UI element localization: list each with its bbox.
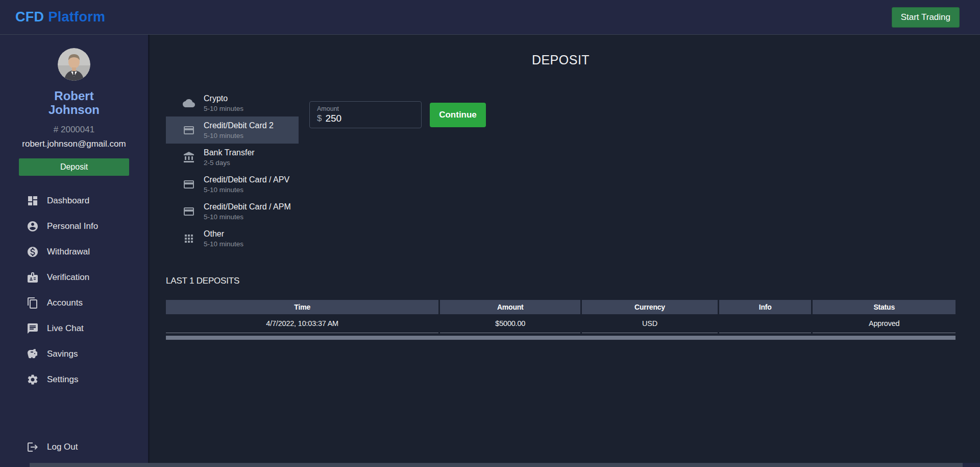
method-subtitle: 5-10 minutes	[204, 105, 243, 112]
page-horizontal-scrollbar[interactable]	[0, 463, 980, 467]
profile-section: Robert Johnson # 2000041 robert.johnson@…	[0, 35, 148, 176]
cloud-icon	[183, 97, 195, 109]
dashboard-icon	[27, 195, 39, 207]
deposit-form: Crypto 5-10 minutes Credit/Debit Card 2 …	[166, 89, 955, 252]
sidebar-item-accounts[interactable]: Accounts	[0, 290, 148, 316]
user-name-line1: Robert	[0, 89, 148, 103]
account-id: # 2000041	[0, 125, 148, 135]
method-subtitle: 5-10 minutes	[204, 132, 274, 139]
credit-card-icon	[183, 205, 195, 218]
method-title: Credit/Debit Card / APM	[204, 202, 291, 212]
sidebar-item-label: Verification	[47, 272, 89, 283]
deposit-button[interactable]: Deposit	[19, 158, 129, 176]
sidebar-item-withdrawal[interactable]: Withdrawal	[0, 239, 148, 265]
continue-button[interactable]: Continue	[430, 103, 486, 127]
logout-icon	[27, 441, 39, 453]
deposit-amount: $5000.00	[440, 314, 580, 333]
start-trading-button[interactable]: Start Trading	[892, 7, 960, 28]
method-title: Other	[204, 229, 243, 239]
payment-method-other[interactable]: Other 5-10 minutes	[166, 225, 299, 252]
history-heading: LAST 1 DEPOSITS	[166, 276, 955, 286]
payment-method-card-apv[interactable]: Credit/Debit Card / APV 5-10 minutes	[166, 171, 299, 198]
logout-label: Log Out	[47, 442, 78, 452]
currency-symbol: $	[317, 113, 322, 124]
deposits-table: Time Amount Currency Info Status 4/7/202…	[166, 300, 955, 333]
method-title: Bank Transfer	[204, 148, 255, 157]
column-header-info: Info	[719, 300, 812, 314]
page-title: DEPOSIT	[166, 53, 955, 67]
amount-input[interactable]	[325, 113, 402, 124]
sidebar-item-verification[interactable]: Verification	[0, 265, 148, 290]
sidebar-item-label: Accounts	[47, 298, 83, 308]
method-subtitle: 5-10 minutes	[204, 240, 243, 248]
payment-method-list: Crypto 5-10 minutes Credit/Debit Card 2 …	[166, 89, 299, 252]
deposit-info	[719, 314, 812, 333]
sidebar-item-savings[interactable]: Savings	[0, 341, 148, 367]
column-header-currency: Currency	[582, 300, 718, 314]
column-header-amount: Amount	[440, 300, 580, 314]
column-header-status: Status	[813, 300, 955, 314]
apps-grid-icon	[183, 232, 195, 245]
deposit-history-section: LAST 1 DEPOSITS Time Amount Currency Inf…	[166, 276, 955, 340]
deposit-status: Approved	[813, 314, 955, 333]
piggy-bank-icon	[27, 348, 39, 360]
avatar	[58, 48, 90, 81]
credit-card-icon	[183, 124, 195, 136]
sidebar: Robert Johnson # 2000041 robert.johnson@…	[0, 35, 150, 467]
badge-icon	[27, 271, 39, 284]
logo-part-2: Platform	[48, 9, 105, 25]
sidebar-item-settings[interactable]: Settings	[0, 367, 148, 392]
top-bar: CFDPlatform Start Trading	[0, 0, 980, 35]
payment-method-card-apm[interactable]: Credit/Debit Card / APM 5-10 minutes	[166, 198, 299, 225]
page-scrollbar-thumb[interactable]	[30, 463, 963, 467]
sidebar-item-label: Dashboard	[47, 196, 89, 206]
method-title: Credit/Debit Card 2	[204, 121, 274, 130]
chat-icon	[27, 322, 39, 335]
sidebar-item-dashboard[interactable]: Dashboard	[0, 188, 148, 214]
sidebar-item-label: Live Chat	[47, 323, 84, 334]
deposit-time: 4/7/2022, 10:03:37 AM	[166, 314, 438, 333]
dollar-circle-icon	[27, 246, 39, 258]
sidebar-item-label: Savings	[47, 349, 78, 359]
main-content: DEPOSIT Crypto 5-10 minutes Credit/Debit…	[150, 35, 980, 467]
user-name-line2: Johnson	[0, 103, 148, 116]
app-logo: CFDPlatform	[15, 9, 105, 25]
bank-icon	[183, 151, 195, 164]
gear-icon	[27, 373, 39, 386]
payment-method-card-2[interactable]: Credit/Debit Card 2 5-10 minutes	[166, 116, 299, 144]
method-title: Credit/Debit Card / APV	[204, 175, 289, 184]
amount-field[interactable]: Amount $	[309, 101, 422, 128]
method-subtitle: 2-5 days	[204, 159, 255, 167]
method-title: Crypto	[204, 94, 243, 103]
method-subtitle: 5-10 minutes	[204, 213, 291, 221]
deposit-currency: USD	[582, 314, 718, 333]
sidebar-item-personal-info[interactable]: Personal Info	[0, 214, 148, 239]
logo-part-1: CFD	[15, 9, 44, 25]
sidebar-item-live-chat[interactable]: Live Chat	[0, 316, 148, 341]
copy-icon	[27, 297, 39, 309]
sidebar-item-label: Settings	[47, 375, 78, 385]
logout-button[interactable]: Log Out	[0, 434, 148, 460]
column-header-time: Time	[166, 300, 438, 314]
table-header-row: Time Amount Currency Info Status	[166, 300, 955, 314]
sidebar-nav: Dashboard Personal Info Withdrawal Verif…	[0, 188, 148, 392]
credit-card-icon	[183, 178, 195, 191]
sidebar-item-label: Personal Info	[47, 221, 98, 231]
user-email: robert.johnson@gmail.com	[0, 139, 148, 149]
user-name: Robert Johnson	[0, 89, 148, 116]
person-circle-icon	[27, 220, 39, 232]
payment-method-bank-transfer[interactable]: Bank Transfer 2-5 days	[166, 144, 299, 171]
payment-method-crypto[interactable]: Crypto 5-10 minutes	[166, 89, 299, 116]
sidebar-item-label: Withdrawal	[47, 247, 90, 257]
amount-field-label: Amount	[317, 105, 415, 112]
table-row: 4/7/2022, 10:03:37 AM $5000.00 USD Appro…	[166, 314, 955, 333]
method-subtitle: 5-10 minutes	[204, 186, 289, 194]
table-horizontal-scrollbar[interactable]	[166, 336, 955, 340]
